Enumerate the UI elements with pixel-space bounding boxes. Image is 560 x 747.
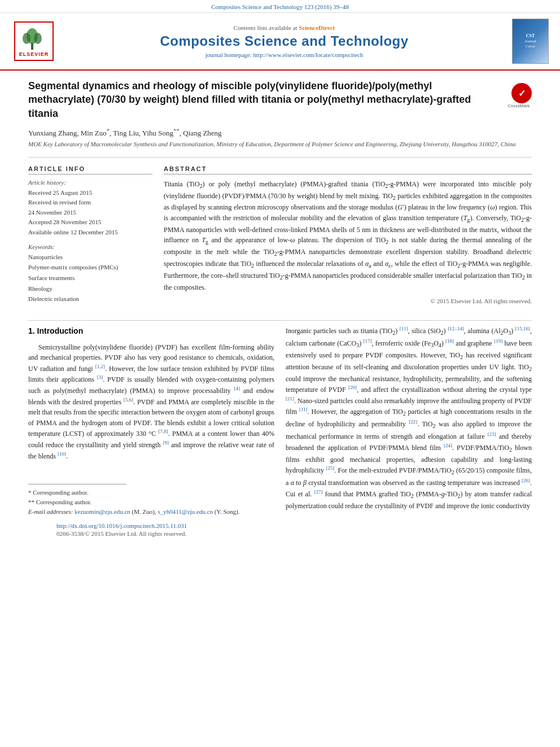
copyright-line: © 2015 Elsevier Ltd. All rights reserved… (164, 298, 532, 304)
abstract-title: ABSTRACT (164, 165, 532, 174)
ref-9[interactable]: [9] (163, 440, 169, 445)
revised-date: 24 November 2015 (28, 208, 152, 218)
ref-19[interactable]: [19] (494, 338, 502, 344)
homepage-label: journal homepage: (205, 51, 252, 58)
intro-p1: Semicrystalline poly(vinylidene fluoride… (28, 342, 274, 462)
article-info-column: ARTICLE INFO Article history: Received 2… (28, 165, 152, 304)
keyword-dielectric: Dielectric relaxation (28, 294, 152, 304)
ref-7-8[interactable]: [7,8] (158, 429, 168, 434)
available-online-date: Available online 12 December 2015 (28, 228, 152, 238)
received-date: Received 25 August 2015 (28, 188, 152, 198)
intro-p2: Inorganic particles such as titania (TiO… (286, 325, 532, 511)
ref-20[interactable]: [20] (348, 385, 357, 390)
ref-15-16[interactable]: [15,16] (515, 326, 530, 331)
footnote-corresponding-2: ** Corresponding author. (28, 497, 274, 507)
body-col-right: Inorganic particles such as titania (TiO… (286, 325, 532, 517)
keyword-surface: Surface treatments (28, 273, 152, 283)
ref-5-6[interactable]: [5,6] (124, 397, 133, 403)
ref-18[interactable]: [18] (445, 338, 454, 344)
introduction-heading: 1. Introduction (28, 325, 274, 338)
journal-citation-text: Composites Science and Technology 123 (2… (211, 3, 348, 10)
sciencedirect-link[interactable]: ScienceDirect (299, 24, 335, 31)
authors-line: Yunxiang Zhang, Min Zuo*, Ting Liu, Yihu… (28, 127, 532, 138)
journal-title: Composites Science and Technology (160, 33, 408, 49)
ref-21[interactable]: [21] (286, 396, 294, 401)
crossmark-badge[interactable]: ✓ (511, 83, 532, 103)
email-song[interactable]: s_yh0411@zju.edu.cn (158, 508, 213, 515)
ref-11[interactable]: [11] (400, 326, 408, 331)
paper-content-area: ✓ CrossMark Segmental dynamics and rheol… (0, 71, 560, 316)
ref-4[interactable]: [4] (234, 386, 240, 391)
homepage-url[interactable]: http://www.elsevier.com/locate/compscite… (253, 51, 364, 58)
article-history-label: Article history: (28, 179, 152, 186)
ref-1-2[interactable]: [1,2] (95, 364, 105, 369)
journal-header-center: Contents lists available at ScienceDirec… (56, 24, 512, 58)
elsevier-logo: ELSEVIER (11, 21, 56, 61)
footnotes-area: * Corresponding author. ** Corresponding… (28, 484, 274, 517)
authors-text: Yunxiang Zhang, Min Zuo*, Ting Liu, Yihu… (28, 129, 222, 137)
abstract-text: Titania (TiO2) or poly (methyl methacryl… (164, 179, 532, 293)
ref-27[interactable]: [27] (314, 489, 323, 495)
journal-citation-bar: Composites Science and Technology 123 (2… (0, 0, 560, 13)
keywords-title: Keywords: (28, 243, 152, 250)
ref-22[interactable]: [22] (409, 419, 417, 425)
elsevier-wordmark: ELSEVIER (19, 51, 49, 57)
journal-header: ELSEVIER Contents lists available at Sci… (0, 13, 560, 71)
email-zuo[interactable]: kezuomin@zju.edu.cn (75, 508, 130, 515)
body-content: 1. Introduction Semicrystalline poly(vin… (0, 325, 560, 517)
abstract-column: ABSTRACT Titania (TiO2) or poly (methyl … (164, 165, 532, 304)
sciencedirect-note: Contents lists available at ScienceDirec… (234, 24, 335, 31)
journal-cover-thumbnail: CST Journal Cover (512, 19, 549, 64)
ref-11b[interactable]: [11] (299, 407, 308, 412)
footnote-corresponding-1: * Corresponding author. (28, 488, 274, 497)
article-info-abstract-section: ARTICLE INFO Article history: Received 2… (28, 165, 532, 304)
keyword-pmc: Polymer-matrix composites (PMCs) (28, 262, 152, 273)
footer-area: http://dx.doi.org/10.1016/j.compscitech.… (0, 517, 560, 543)
ref-23[interactable]: [23] (488, 431, 496, 437)
article-info-title: ARTICLE INFO (28, 165, 152, 174)
svg-point-3 (34, 33, 42, 44)
issn-copyright: 0266-3538/© 2015 Elsevier Ltd. All right… (28, 529, 532, 540)
footnote-email: E-mail addresses: kezuomin@zju.edu.cn (M… (28, 507, 274, 517)
affiliation-text: MOE Key Laboratory of Macromolecular Syn… (28, 140, 532, 148)
elsevier-tree-icon (20, 26, 48, 51)
ref-3[interactable]: [3] (97, 374, 103, 380)
accepted-date: Accepted 28 November 2015 (28, 217, 152, 228)
ref-12-14[interactable]: [12–14] (448, 326, 464, 331)
ref-26[interactable]: [26] (522, 478, 530, 483)
ref-25[interactable]: [25] (326, 465, 334, 471)
body-col-left: 1. Introduction Semicrystalline poly(vin… (28, 325, 274, 517)
keyword-rheology: Rheology (28, 283, 152, 294)
ref-24[interactable]: [24] (444, 443, 452, 448)
doi-link[interactable]: http://dx.doi.org/10.1016/j.compscitech.… (28, 520, 532, 529)
received-revised-label: Received in revised form (28, 198, 152, 208)
keyword-nanoparticles: Nanoparticles (28, 252, 152, 263)
svg-point-2 (23, 33, 30, 44)
ref-10[interactable]: [10] (58, 451, 66, 457)
keywords-section: Keywords: Nanoparticles Polymer-matrix c… (28, 243, 152, 304)
paper-title: Segmental dynamics and rheology of misci… (28, 79, 532, 120)
journal-homepage: journal homepage: http://www.elsevier.co… (205, 51, 364, 58)
ref-17[interactable]: [17] (363, 338, 371, 344)
